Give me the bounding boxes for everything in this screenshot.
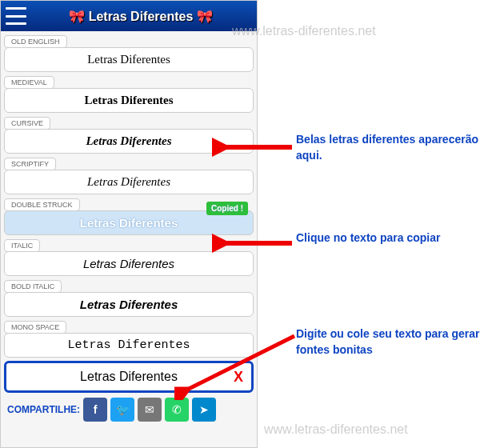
font-style-label: MEDIEVAL bbox=[4, 76, 54, 89]
font-style-label: MONO SPACE bbox=[4, 321, 66, 334]
font-output[interactable]: Letras Diferentes bbox=[4, 88, 254, 113]
font-row: DOUBLE STRUCKLetras DiferentesCopied ! bbox=[4, 196, 254, 235]
font-output[interactable]: Letras DiferentesCopied ! bbox=[4, 210, 254, 235]
menu-icon[interactable] bbox=[6, 7, 26, 25]
font-row: BOLD ITALICLetras Diferentes bbox=[4, 278, 254, 317]
share-email-button[interactable]: ✉ bbox=[138, 398, 162, 422]
annotation-copy: Clique no texto para copiar bbox=[296, 230, 480, 246]
font-row: MEDIEVALLetras Diferentes bbox=[4, 74, 254, 113]
arrow-icon bbox=[212, 234, 300, 253]
font-output[interactable]: Letras Diferentes bbox=[4, 170, 254, 194]
annotation-input: Digite ou cole seu texto para gerar font… bbox=[296, 326, 480, 358]
font-output[interactable]: Letras Diferentes bbox=[4, 47, 254, 72]
font-row: OLD ENGLISHLetras Diferentes bbox=[4, 33, 254, 72]
share-facebook-button[interactable]: f bbox=[83, 398, 107, 422]
svg-line-2 bbox=[186, 336, 294, 390]
font-row: SCRIPTIFYLetras Diferentes bbox=[4, 155, 254, 194]
annotation-preview: Belas letras diferentes aparecerão aqui. bbox=[296, 132, 480, 163]
share-telegram-button[interactable]: ➤ bbox=[192, 398, 216, 422]
font-style-label: CURSIVE bbox=[4, 117, 50, 130]
input-value: Letras Diferentes bbox=[80, 370, 178, 384]
arrow-icon bbox=[174, 328, 302, 400]
share-whatsapp-button[interactable]: ✆ bbox=[165, 398, 189, 422]
font-style-label: ITALIC bbox=[4, 239, 40, 252]
arrow-icon bbox=[212, 138, 300, 157]
share-twitter-button[interactable]: 🐦 bbox=[110, 398, 134, 422]
font-output[interactable]: Letras Diferentes bbox=[4, 292, 254, 317]
app-title: 🎀 Letras Diferentes 🎀 bbox=[30, 9, 252, 24]
font-style-label: BOLD ITALIC bbox=[4, 280, 62, 293]
font-style-label: DOUBLE STRUCK bbox=[4, 198, 80, 211]
header-bar: 🎀 Letras Diferentes 🎀 bbox=[1, 1, 257, 31]
copied-badge: Copied ! bbox=[206, 202, 248, 215]
watermark: www.letras-diferentes.net bbox=[264, 422, 408, 437]
font-output[interactable]: Letras Diferentes bbox=[4, 251, 254, 276]
font-style-label: OLD ENGLISH bbox=[4, 35, 67, 48]
share-label: COMPARTILHE: bbox=[7, 404, 80, 415]
font-style-label: SCRIPTIFY bbox=[4, 158, 56, 170]
